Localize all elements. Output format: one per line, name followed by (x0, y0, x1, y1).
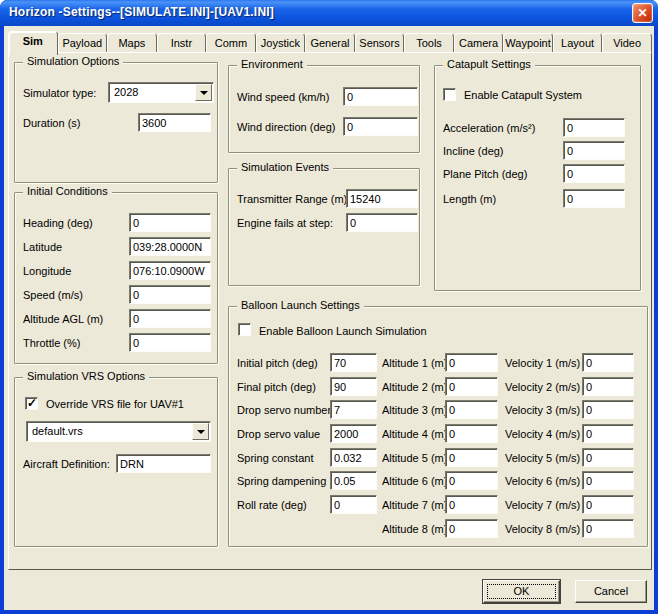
close-icon[interactable]: ✕ (632, 3, 653, 23)
throttle-input[interactable] (129, 333, 211, 352)
tab-payload[interactable]: Payload (58, 33, 108, 53)
altitude-1-input[interactable] (445, 353, 498, 372)
wind-direction-input[interactable] (343, 117, 418, 136)
velocity-4-input[interactable] (582, 424, 634, 443)
velocity-7-label: Velocity 7 (m/s) (505, 498, 580, 512)
cancel-button[interactable]: Cancel (575, 580, 647, 603)
altitude-2-input[interactable] (445, 377, 498, 396)
velocity-1-label: Velocity 1 (m/s) (505, 356, 580, 370)
vrs-file-dropdown[interactable]: default.vrs (26, 421, 211, 442)
wind-speed-label: Wind speed (km/h) (237, 90, 329, 104)
altitude-agl-input[interactable] (129, 309, 211, 328)
group-balloon-launch-settings: Balloon Launch Settings Enable Balloon L… (228, 306, 648, 547)
velocity-8-input[interactable] (582, 519, 634, 538)
simulator-type-dropdown-button[interactable] (195, 84, 212, 101)
tab-sensors[interactable]: Sensors (355, 33, 405, 53)
final-pitch-input[interactable] (330, 377, 377, 396)
altitude-7-label: Altitude 7 (m) (382, 498, 447, 512)
speed-input[interactable] (129, 285, 211, 304)
tab-instr[interactable]: Instr (157, 33, 207, 53)
wind-speed-input[interactable] (343, 87, 418, 106)
plane-pitch-label: Plane Pitch (deg) (443, 167, 527, 181)
vrs-file-value: default.vrs (32, 425, 83, 437)
vrs-file-dropdown-button[interactable] (192, 423, 209, 440)
altitude-6-input[interactable] (445, 471, 498, 490)
tab-joystick[interactable]: Joystick (256, 33, 306, 53)
spring-constant-input[interactable] (330, 448, 377, 467)
tab-waypoint[interactable]: Waypoint (503, 33, 553, 53)
ok-button-label: OK (514, 585, 530, 597)
transmitter-range-input[interactable] (346, 189, 418, 208)
speed-label: Speed (m/s) (23, 288, 83, 302)
group-catapult-settings: Catapult Settings Enable Catapult System… (434, 65, 641, 291)
drop-servo-number-label: Drop servo number (237, 403, 331, 417)
incline-input[interactable] (563, 141, 625, 160)
drop-servo-value-label: Drop servo value (237, 427, 320, 441)
tab-video[interactable]: Video (602, 33, 652, 53)
tab-maps[interactable]: Maps (107, 33, 157, 53)
latitude-input[interactable] (129, 237, 211, 256)
heading-input[interactable] (129, 213, 211, 232)
altitude-4-label: Altitude 4 (m) (382, 427, 447, 441)
plane-pitch-input[interactable] (563, 164, 625, 183)
group-title-initial-conditions: Initial Conditions (23, 185, 112, 198)
altitude-3-input[interactable] (445, 400, 498, 419)
enable-catapult-checkbox[interactable] (443, 88, 456, 101)
latitude-label: Latitude (23, 240, 62, 254)
drop-servo-number-input[interactable] (330, 400, 377, 419)
aircraft-definition-label: Aircraft Definition: (23, 457, 110, 471)
velocity-4-label: Velocity 4 (m/s) (505, 427, 580, 441)
ok-button[interactable]: OK (483, 580, 560, 603)
group-title-balloon-launch: Balloon Launch Settings (237, 299, 364, 312)
velocity-1-input[interactable] (582, 353, 634, 372)
group-simulation-events: Simulation Events Transmitter Range (m):… (228, 168, 420, 286)
initial-pitch-input[interactable] (330, 353, 377, 372)
altitude-4-input[interactable] (445, 424, 498, 443)
tab-comm[interactable]: Comm (206, 33, 256, 53)
altitude-5-input[interactable] (445, 448, 498, 467)
final-pitch-label: Final pitch (deg) (237, 380, 316, 394)
enable-balloon-checkbox[interactable] (238, 323, 251, 336)
spring-dampening-input[interactable] (330, 471, 377, 490)
drop-servo-value-input[interactable] (330, 424, 377, 443)
throttle-label: Throttle (%) (23, 336, 80, 350)
group-title-environment: Environment (237, 58, 307, 71)
group-title-catapult-settings: Catapult Settings (443, 58, 535, 71)
cancel-button-label: Cancel (594, 585, 628, 597)
altitude-8-input[interactable] (445, 519, 498, 538)
override-vrs-checkbox[interactable] (25, 397, 38, 410)
catapult-length-label: Length (m) (443, 192, 496, 206)
velocity-2-input[interactable] (582, 377, 634, 396)
altitude-1-label: Altitude 1 (m) (382, 356, 447, 370)
engine-fails-label: Engine fails at step: (237, 216, 333, 230)
velocity-6-input[interactable] (582, 471, 634, 490)
spring-dampening-label: Spring dampening (237, 474, 326, 488)
enable-catapult-label: Enable Catapult System (464, 88, 582, 102)
longitude-input[interactable] (129, 261, 211, 280)
tab-layout[interactable]: Layout (553, 33, 603, 53)
tab-tools[interactable]: Tools (404, 33, 454, 53)
simulator-type-dropdown[interactable]: 2028 (108, 82, 214, 103)
group-vrs-options: Simulation VRS Options Override VRS file… (14, 377, 218, 547)
heading-label: Heading (deg) (23, 216, 93, 230)
catapult-length-input[interactable] (563, 189, 625, 208)
engine-fails-input[interactable] (346, 213, 418, 232)
roll-rate-input[interactable] (330, 495, 377, 514)
aircraft-definition-input[interactable] (116, 454, 211, 473)
tab-general[interactable]: General (305, 33, 355, 53)
altitude-7-input[interactable] (445, 495, 498, 514)
tab-camera[interactable]: Camera (454, 33, 504, 53)
velocity-3-label: Velocity 3 (m/s) (505, 403, 580, 417)
velocity-3-input[interactable] (582, 400, 634, 419)
duration-label: Duration (s) (23, 116, 80, 130)
title-bar[interactable]: Horizon -Settings--[SIMULATE.INI]-[UAV1.… (0, 0, 658, 26)
incline-label: Incline (deg) (443, 144, 504, 158)
altitude-8-label: Altitude 8 (m) (382, 522, 447, 536)
velocity-7-input[interactable] (582, 495, 634, 514)
duration-input[interactable] (138, 113, 211, 132)
initial-pitch-label: Initial pitch (deg) (237, 356, 318, 370)
acceleration-input[interactable] (563, 118, 625, 137)
velocity-5-input[interactable] (582, 448, 634, 467)
window-title: Horizon -Settings--[SIMULATE.INI]-[UAV1.… (9, 5, 274, 19)
tab-sim[interactable]: Sim (8, 31, 58, 55)
